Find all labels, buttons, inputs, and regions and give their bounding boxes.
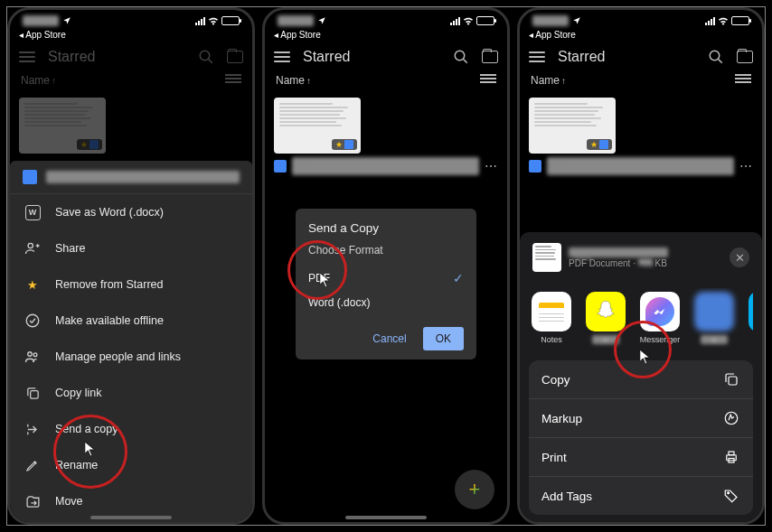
menu-label: Manage people and links xyxy=(55,350,181,363)
sort-row[interactable]: Name↑ xyxy=(10,70,252,90)
phone-screen-3: 00:00 ◂ App Store Starred Name↑ ★ xyxy=(517,7,765,525)
phone-screen-2: 00:00 ◂ App Store Starred Name↑ ★ xyxy=(262,7,510,525)
dialog-subtitle: Choose Format xyxy=(308,244,464,257)
share-actions-list: Copy Markup Print xyxy=(529,360,753,515)
menu-label: Send a copy xyxy=(55,423,118,435)
menu-rename[interactable]: Rename xyxy=(10,447,252,483)
document-thumbnail[interactable]: ★ xyxy=(529,98,616,154)
pencil-icon xyxy=(24,457,41,473)
share-app-messenger[interactable]: Messenger xyxy=(637,292,683,344)
menu-remove-starred[interactable]: ★ Remove from Starred xyxy=(10,266,252,303)
messenger-icon xyxy=(640,292,680,331)
svg-point-0 xyxy=(200,51,210,61)
share-app-blurred[interactable]: x xyxy=(692,292,737,344)
close-button[interactable]: ✕ xyxy=(730,247,749,267)
format-label: Word (.docx) xyxy=(308,296,370,309)
format-option-word[interactable]: Word (.docx) xyxy=(308,291,464,314)
menu-copy-link[interactable]: Copy link xyxy=(10,375,252,411)
menu-label: Save as Word (.docx) xyxy=(55,206,164,219)
format-option-pdf[interactable]: PDF ✓ xyxy=(308,266,464,291)
sort-arrow-icon: ↑ xyxy=(561,76,566,86)
svg-rect-11 xyxy=(729,452,734,455)
back-to-appstore[interactable]: ◂ App Store xyxy=(520,30,762,43)
ios-share-sheet: file PDF Document · 00 KB ✕ Notes xyxy=(520,232,762,522)
more-icon[interactable]: ⋯ xyxy=(739,159,753,173)
app-icon-blurred xyxy=(694,292,734,331)
action-label: Add Tags xyxy=(541,490,592,503)
menu-share[interactable]: Share xyxy=(10,230,252,266)
page-title: Starred xyxy=(48,49,185,65)
svg-point-4 xyxy=(33,353,37,357)
menu-label: Copy link xyxy=(55,387,101,399)
status-time: 00:00 xyxy=(23,15,59,26)
menu-label: Rename xyxy=(55,459,98,471)
svg-point-7 xyxy=(710,51,720,61)
file-row[interactable]: name ⋯ xyxy=(529,154,753,179)
svg-point-2 xyxy=(26,314,39,327)
tag-icon xyxy=(722,487,740,505)
doc-icon xyxy=(529,160,541,173)
search-icon[interactable] xyxy=(708,49,724,65)
action-markup[interactable]: Markup xyxy=(529,399,753,438)
menu-save-as-word[interactable]: W Save as Word (.docx) xyxy=(10,194,252,230)
menu-icon[interactable] xyxy=(529,51,545,62)
skype-icon: S xyxy=(748,292,753,331)
screenshots-container: 00:00 ◂ App Store Starred xyxy=(6,6,766,526)
back-to-appstore[interactable]: ◂ App Store xyxy=(10,30,252,43)
svg-point-1 xyxy=(28,243,33,247)
menu-send-copy[interactable]: Send a copy xyxy=(10,411,252,447)
share-app-snapchat[interactable]: x xyxy=(583,292,628,344)
close-icon: ✕ xyxy=(735,251,745,265)
action-print[interactable]: Print xyxy=(529,438,753,477)
app-header: Starred xyxy=(520,43,762,70)
menu-offline[interactable]: Make available offline xyxy=(10,303,252,339)
action-label: Print xyxy=(541,451,567,464)
share-apps-row[interactable]: Notes x Messenger xyxy=(529,288,753,351)
share-thumbnail xyxy=(532,243,561,272)
app-label: x xyxy=(701,335,728,344)
menu-icon[interactable] xyxy=(19,51,35,62)
view-toggle-icon[interactable] xyxy=(735,74,751,87)
menu-move[interactable]: Move xyxy=(10,483,252,519)
status-time: 00:00 xyxy=(532,15,569,26)
format-label: PDF xyxy=(308,272,330,285)
file-name-blurred: file xyxy=(46,171,240,183)
copy-icon xyxy=(24,385,41,401)
share-app-notes[interactable]: Notes xyxy=(529,292,574,344)
folder-icon[interactable] xyxy=(227,49,243,65)
move-icon xyxy=(24,493,41,509)
share-file-title: file xyxy=(569,247,668,257)
app-header: Starred xyxy=(10,43,252,70)
search-icon[interactable] xyxy=(198,49,214,65)
ok-button[interactable]: OK xyxy=(423,327,464,350)
signal-icon xyxy=(705,16,715,25)
app-label: x xyxy=(592,335,619,344)
svg-point-3 xyxy=(28,352,33,357)
battery-icon xyxy=(221,16,240,25)
page-title: Starred xyxy=(558,49,695,65)
location-icon xyxy=(62,16,71,25)
file-name-blurred: name xyxy=(547,157,734,175)
status-bar: 00:00 xyxy=(520,10,762,30)
send-icon xyxy=(24,421,41,437)
person-plus-icon xyxy=(24,240,41,257)
view-toggle-icon[interactable] xyxy=(225,74,241,87)
cancel-button[interactable]: Cancel xyxy=(363,327,415,350)
action-add-tags[interactable]: Add Tags xyxy=(529,477,753,515)
svg-rect-10 xyxy=(727,455,737,461)
status-bar: 00:00 xyxy=(10,10,252,30)
share-app-skype[interactable]: S Skype xyxy=(746,292,753,344)
doc-icon xyxy=(23,170,37,184)
notes-icon xyxy=(532,292,571,331)
wifi-icon xyxy=(208,17,219,25)
folder-icon[interactable] xyxy=(737,49,753,65)
action-copy[interactable]: Copy xyxy=(529,360,753,399)
document-thumbnail[interactable]: ★ xyxy=(19,98,106,154)
sort-row[interactable]: Name↑ xyxy=(520,70,762,90)
menu-manage-people[interactable]: Manage people and links xyxy=(10,339,252,375)
sort-label: Name xyxy=(21,74,50,87)
sort-label: Name xyxy=(531,74,560,87)
app-label: Notes xyxy=(541,335,562,344)
svg-rect-5 xyxy=(30,390,38,398)
file-actions-sheet: file W Save as Word (.docx) Share ★ Remo… xyxy=(10,161,252,522)
